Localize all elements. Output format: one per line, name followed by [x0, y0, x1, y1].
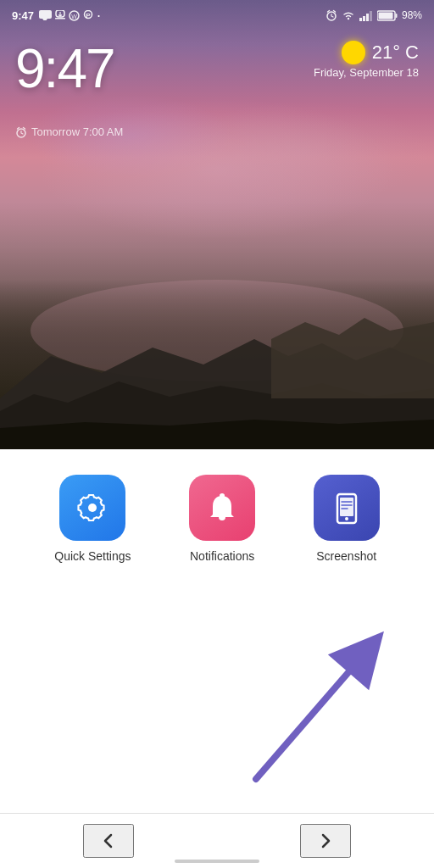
svg-line-22 [256, 652, 366, 779]
clock-display: 9:47 [15, 37, 114, 100]
home-indicator [175, 860, 259, 863]
battery-percentage: 98% [402, 9, 422, 21]
svg-rect-18 [220, 493, 225, 498]
svg-rect-13 [370, 11, 372, 21]
svg-text:W: W [71, 14, 77, 19]
battery-icon [377, 10, 398, 21]
screenshot-item[interactable]: Screenshot [314, 475, 380, 563]
quick-settings-icon-bg [59, 475, 125, 541]
status-icons: W P · [39, 10, 101, 21]
app-grid: Quick Settings Notifications [0, 449, 434, 563]
svg-rect-12 [366, 14, 369, 21]
svg-rect-4 [55, 18, 65, 19]
alarm-icon [15, 126, 27, 138]
arrow-container [231, 631, 383, 766]
weather-date: Friday, September 18 [314, 66, 419, 79]
svg-rect-16 [395, 14, 397, 18]
gear-icon [74, 489, 111, 526]
back-button[interactable] [83, 824, 134, 858]
back-arrow-icon [98, 831, 119, 851]
status-time: 9:47 [12, 9, 34, 22]
svg-rect-11 [363, 16, 365, 21]
svg-point-21 [345, 517, 348, 520]
arrow-icon [231, 631, 400, 783]
pinterest-icon: P [83, 10, 93, 21]
notification-dot: · [97, 10, 101, 21]
notifications-icon-bg [189, 475, 255, 541]
terrain-overlay [0, 263, 434, 449]
screenshot-icon [329, 489, 364, 526]
alarm-display: Tomorrow 7:00 AM [15, 125, 123, 138]
status-right: 98% [326, 9, 422, 21]
wallpaper-section: 9:47 [0, 0, 434, 449]
weather-display: 21° C Friday, September 18 [314, 41, 419, 79]
bottom-section: Quick Settings Notifications [0, 449, 434, 868]
status-left: 9:47 [12, 9, 101, 22]
message-icon [39, 10, 52, 20]
forward-arrow-icon [315, 831, 336, 851]
signal-icon [359, 10, 373, 21]
quick-settings-item[interactable]: Quick Settings [54, 475, 131, 563]
svg-marker-2 [42, 19, 47, 20]
phone-container: 9:47 [0, 0, 434, 868]
alarm-status-icon [326, 9, 337, 21]
download-icon [55, 10, 65, 21]
bell-icon [204, 489, 240, 526]
screenshot-label: Screenshot [316, 549, 376, 563]
svg-rect-20 [340, 498, 353, 516]
whatsapp-icon: W [69, 10, 80, 21]
notifications-label: Notifications [190, 549, 254, 563]
notifications-item[interactable]: Notifications [189, 475, 255, 563]
svg-text:P: P [86, 11, 91, 19]
wifi-icon [342, 10, 355, 21]
quick-settings-label: Quick Settings [54, 549, 131, 563]
svg-rect-15 [378, 12, 392, 19]
svg-rect-10 [359, 18, 362, 21]
svg-rect-1 [39, 10, 52, 19]
sun-icon [342, 41, 365, 64]
forward-button[interactable] [300, 824, 351, 858]
weather-top: 21° C [314, 41, 419, 64]
status-bar: 9:47 [0, 0, 434, 31]
alarm-label: Tomorrow 7:00 AM [31, 125, 123, 138]
screenshot-icon-bg [314, 475, 380, 541]
weather-temp: 21° C [372, 42, 419, 64]
